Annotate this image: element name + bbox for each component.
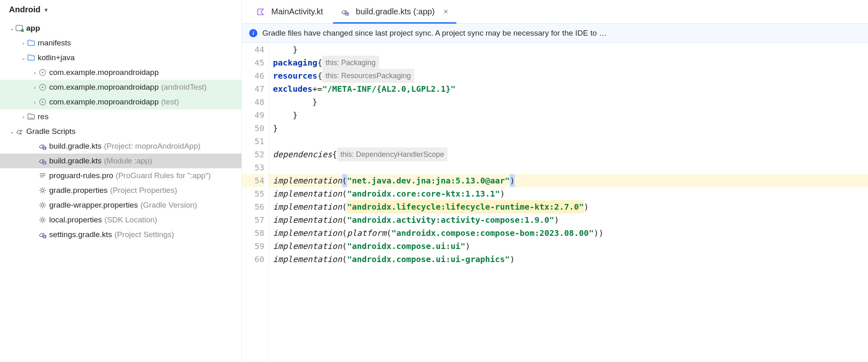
- tree-item[interactable]: ›com.example.moproandroidapp(androidTest…: [0, 80, 241, 95]
- tree-arrow-icon[interactable]: ›: [20, 40, 27, 46]
- txt-icon: [39, 172, 47, 180]
- tree-item[interactable]: ⌄app: [0, 21, 241, 36]
- tree-item[interactable]: ›local.properties(SDK Location): [0, 213, 241, 227]
- tree-item-label: res: [38, 112, 48, 121]
- tree-item[interactable]: ›proguard-rules.pro(ProGuard Rules for "…: [0, 168, 241, 183]
- code-line[interactable]: }: [269, 43, 868, 56]
- editor-tabs: MainActivity.ktKbuild.gradle.kts (:app)✕: [242, 0, 868, 24]
- pkg-icon: [39, 83, 47, 91]
- tree-item-label: manifests: [38, 38, 71, 48]
- sync-banner-text: Gradle files have changed since last pro…: [262, 29, 607, 38]
- tree-item[interactable]: ›gradle-wrapper.properties(Gradle Versio…: [0, 198, 241, 213]
- tree-arrow-icon[interactable]: ›: [31, 84, 39, 90]
- project-tool-window: Android ▾ ⌄app›manifests⌄kotlin+java›com…: [0, 0, 242, 362]
- tree-item[interactable]: ›com.example.moproandroidapp(test): [0, 95, 241, 109]
- code-line[interactable]: [269, 135, 868, 148]
- code-line[interactable]: implementation("net.java.dev.jna:jna:5.1…: [269, 174, 868, 187]
- gradlek-icon: K: [341, 8, 349, 16]
- gradlek-icon: K: [39, 142, 47, 150]
- tree-item-label: proguard-rules.pro: [49, 171, 113, 180]
- code-line[interactable]: implementation(platform("androidx.compos…: [269, 226, 868, 240]
- code-line[interactable]: }: [269, 95, 868, 109]
- tree-item-label: com.example.moproandroidapp: [49, 97, 159, 106]
- tree-arrow-icon[interactable]: ›: [31, 99, 39, 105]
- res-icon: [27, 113, 35, 121]
- chevron-down-icon: ▾: [45, 7, 48, 13]
- code-editor[interactable]: 4445464748495051525354555657585960 } pac…: [242, 43, 868, 362]
- svg-point-14: [41, 219, 44, 221]
- tree-item[interactable]: ›com.example.moproandroidapp: [0, 65, 241, 80]
- tree-item-label: gradle-wrapper.properties: [49, 201, 138, 210]
- tree-item-label: com.example.moproandroidapp: [49, 83, 159, 92]
- kt-icon: [257, 8, 265, 16]
- tree-item[interactable]: ›gradle.properties(Project Properties): [0, 183, 241, 198]
- code-line[interactable]: packaging { this: Packaging: [269, 56, 868, 69]
- code-line[interactable]: }: [269, 109, 868, 122]
- svg-point-5: [42, 86, 43, 88]
- svg-point-3: [42, 72, 43, 73]
- editor-tab-label: MainActivity.kt: [271, 7, 323, 16]
- tree-item-label: gradle.properties: [49, 186, 108, 195]
- tree-arrow-icon[interactable]: ⌄: [8, 25, 16, 32]
- code-content[interactable]: } packaging { this: Packaging resources …: [269, 43, 868, 362]
- tree-item-label: settings.gradle.kts: [49, 230, 112, 239]
- tree-arrow-icon[interactable]: ⌄: [20, 55, 27, 61]
- editor-area: MainActivity.ktKbuild.gradle.kts (:app)✕…: [242, 0, 868, 362]
- tree-item-label: com.example.moproandroidapp: [49, 68, 159, 77]
- code-line[interactable]: implementation("androidx.lifecycle:lifec…: [269, 200, 868, 213]
- tree-item-hint: (Module :app): [104, 156, 152, 165]
- tree-item-hint: (ProGuard Rules for ":app"): [116, 171, 211, 180]
- project-view-title: Android: [9, 5, 41, 14]
- code-line[interactable]: excludes += "/META-INF/{AL2.0,LGPL2.1}": [269, 82, 868, 95]
- tree-item-hint: (Project Properties): [110, 186, 177, 195]
- folder-icon: [27, 54, 35, 62]
- gutter: 4445464748495051525354555657585960: [242, 43, 269, 362]
- svg-point-12: [41, 189, 44, 192]
- tree-item-hint: (test): [161, 97, 179, 106]
- project-tree: ⌄app›manifests⌄kotlin+java›com.example.m…: [0, 18, 241, 242]
- tree-item[interactable]: ›res: [0, 109, 241, 124]
- svg-text:K: K: [44, 162, 46, 165]
- close-icon[interactable]: ✕: [443, 8, 448, 16]
- svg-rect-1: [21, 29, 24, 32]
- gradlek-icon: K: [39, 157, 47, 165]
- code-line[interactable]: resources { this: ResourcesPackaging: [269, 69, 868, 82]
- project-view-selector[interactable]: Android ▾: [0, 0, 241, 18]
- svg-point-13: [41, 204, 44, 206]
- tree-item[interactable]: ›Ksettings.gradle.kts(Project Settings): [0, 227, 241, 242]
- code-line[interactable]: }: [269, 122, 868, 135]
- svg-text:K: K: [346, 12, 348, 15]
- folder-icon: [27, 39, 35, 47]
- tree-item-hint: (SDK Location): [105, 215, 157, 224]
- tree-item[interactable]: ›manifests: [0, 36, 241, 50]
- tree-item-hint: (Project Settings): [114, 230, 174, 239]
- tree-item-label: kotlin+java: [38, 53, 75, 62]
- editor-tab[interactable]: MainActivity.kt: [248, 0, 332, 23]
- editor-tab-label: build.gradle.kts (:app): [356, 7, 434, 16]
- code-line[interactable]: dependencies { this: DependencyHandlerSc…: [269, 148, 868, 161]
- code-line[interactable]: [269, 161, 868, 174]
- tree-arrow-icon[interactable]: ⌄: [8, 129, 16, 135]
- app-icon: [16, 24, 24, 32]
- code-line[interactable]: implementation("androidx.core:core-ktx:1…: [269, 187, 868, 200]
- code-line[interactable]: implementation("androidx.activity:activi…: [269, 213, 868, 226]
- tree-item[interactable]: ⌄kotlin+java: [0, 50, 241, 65]
- tree-item[interactable]: ›Kbuild.gradle.kts(Project: moproAndroid…: [0, 139, 241, 154]
- tree-item[interactable]: ›Kbuild.gradle.kts(Module :app): [0, 154, 241, 168]
- gear-icon: [39, 186, 47, 195]
- tree-item-label: build.gradle.kts: [49, 156, 102, 165]
- gear-icon: [39, 216, 47, 224]
- gradle-icon: [16, 127, 24, 136]
- code-line[interactable]: implementation("androidx.compose.ui:ui-g…: [269, 253, 868, 266]
- tree-item-label: Gradle Scripts: [26, 127, 75, 136]
- code-line[interactable]: implementation("androidx.compose.ui:ui"): [269, 240, 868, 253]
- tree-item-hint: (Project: moproAndroidApp): [104, 142, 201, 151]
- tree-item-hint: (Gradle Version): [141, 201, 197, 210]
- tree-item[interactable]: ⌄Gradle Scripts: [0, 124, 241, 139]
- tree-arrow-icon[interactable]: ›: [31, 70, 39, 76]
- editor-tab[interactable]: Kbuild.gradle.kts (:app)✕: [332, 0, 457, 23]
- pkg-icon: [39, 68, 47, 77]
- sync-banner[interactable]: i Gradle files have changed since last p…: [242, 24, 868, 43]
- gear-icon: [39, 201, 47, 209]
- tree-arrow-icon[interactable]: ›: [20, 114, 27, 120]
